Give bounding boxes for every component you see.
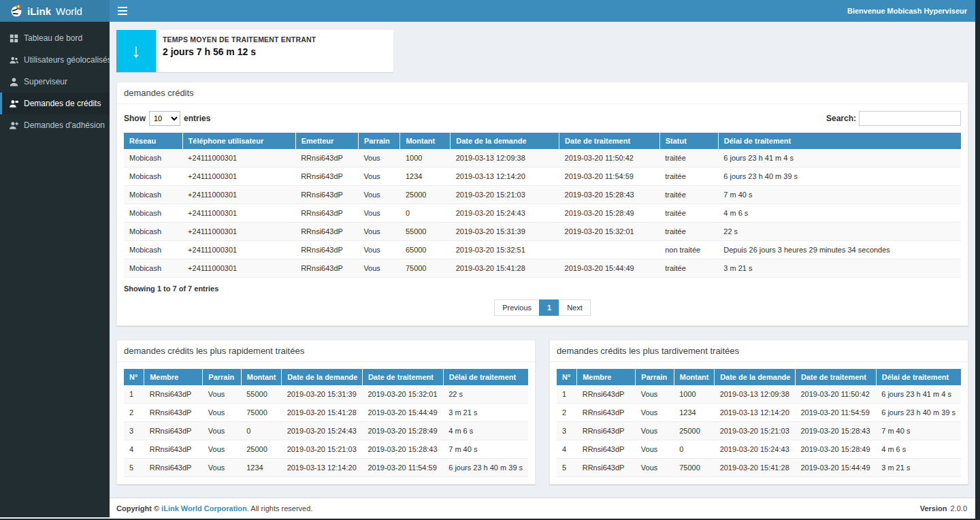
column-header[interactable]: Date de traitement	[362, 369, 443, 385]
column-header[interactable]: N°	[557, 369, 577, 385]
search-input[interactable]	[859, 111, 961, 126]
column-header[interactable]: Montant	[400, 133, 451, 149]
sidebar-item-superviseur[interactable]: Superviseur	[0, 71, 110, 93]
table-cell: 1000	[400, 149, 451, 167]
table-cell: RRnsi643dP	[144, 422, 203, 440]
footer: Copyright ©iLink World Corporation. All …	[110, 498, 975, 519]
fastest-table-body: 1RRnsi643dPVous550002019-03-20 15:31:392…	[124, 385, 528, 477]
column-header[interactable]: Membre	[577, 369, 636, 385]
sidebar-item-tableau-de-bord[interactable]: Tableau de bord	[0, 27, 110, 49]
column-header[interactable]: Date de traitement	[559, 133, 660, 149]
table-row: 5RRnsi643dPVous12342019-03-13 12:14:2020…	[124, 459, 528, 477]
table-cell: traitée	[659, 149, 718, 167]
sidebar-item-demandes-adhesion[interactable]: Demandes d'adhésion	[0, 114, 110, 136]
table-cell: 2019-03-20 15:44:49	[362, 404, 443, 422]
column-header[interactable]: Emetteur	[295, 133, 358, 149]
page-length-select[interactable]: 10	[149, 111, 180, 126]
table-cell: Vous	[636, 404, 674, 422]
credits-table-head: RéseauTéléphone utilisateurEmetteurParra…	[124, 133, 961, 149]
table-cell: Vous	[358, 241, 400, 259]
column-header[interactable]: N°	[124, 369, 144, 385]
table-cell: traitée	[659, 204, 718, 223]
column-header[interactable]: Parrain	[203, 369, 241, 385]
column-header[interactable]: Statut	[659, 133, 718, 149]
table-cell: 1234	[400, 167, 451, 186]
table-cell: 4	[557, 440, 577, 459]
column-header[interactable]: Délai de traitement	[443, 369, 528, 385]
column-header[interactable]: Montant	[674, 369, 714, 385]
table-cell: 0	[674, 440, 714, 459]
table-row: Mobicash+24111000301RRnsi643dPVous750002…	[124, 259, 961, 278]
column-header[interactable]: Membre	[144, 369, 203, 385]
table-cell: +24111000301	[182, 241, 295, 259]
pagination-previous-button[interactable]: Previous	[494, 299, 540, 316]
credits-table: RéseauTéléphone utilisateurEmetteurParra…	[124, 133, 961, 278]
table-cell: 5	[557, 459, 577, 477]
fastest-processed-panel: demandes crédits les plus rapidement tra…	[116, 340, 536, 485]
table-cell: 25000	[241, 440, 281, 459]
company-link[interactable]: iLink World Corporation	[161, 504, 247, 513]
column-header[interactable]: Parrain	[358, 133, 400, 149]
table-cell: RRnsi643dP	[295, 167, 358, 186]
brand-name-bold: iLink	[27, 5, 51, 17]
show-label: Show	[124, 114, 146, 123]
table-cell: RRnsi643dP	[295, 186, 358, 204]
table-cell: 3 m 21 s	[443, 404, 528, 422]
table-cell: 2019-03-20 15:28:49	[559, 204, 660, 223]
column-header[interactable]: Date de la demande	[451, 133, 559, 149]
table-row: 1RRnsi643dPVous550002019-03-20 15:31:392…	[124, 385, 528, 404]
table-cell: 2019-03-20 15:24:43	[451, 204, 559, 223]
table-cell: RRnsi643dP	[577, 422, 636, 440]
table-row: Mobicash+24111000301RRnsi643dPVous550002…	[124, 223, 961, 241]
table-cell: 2019-03-20 15:28:43	[559, 186, 660, 204]
table-cell: 6 jours 23 h 40 m 39 s	[718, 167, 961, 186]
table-cell: 2019-03-20 11:50:42	[795, 385, 876, 404]
column-header[interactable]: Date de traitement	[795, 369, 876, 385]
panel-title: demandes crédits les plus tardivement tr…	[550, 340, 968, 362]
column-header[interactable]: Délai de traitement	[718, 133, 961, 149]
column-header[interactable]: Date de la demande	[282, 369, 363, 385]
column-header[interactable]: Réseau	[124, 133, 182, 149]
infobox-value: 2 jours 7 h 56 m 12 s	[163, 46, 316, 57]
table-cell: 65000	[400, 241, 451, 259]
table-row: Mobicash+24111000301RRnsi643dPVous123420…	[124, 167, 961, 186]
table-row: 4RRnsi643dPVous02019-03-20 15:24:432019-…	[557, 440, 961, 459]
bottom-panels-row: demandes crédits les plus rapidement tra…	[116, 340, 968, 485]
table-cell: Vous	[358, 186, 400, 204]
table-cell: 5	[124, 459, 144, 477]
table-cell: 7 m 40 s	[718, 186, 961, 204]
column-header[interactable]: Parrain	[636, 369, 674, 385]
brand-logo[interactable]: iLink World	[0, 0, 110, 22]
column-header[interactable]: Délai de traitement	[876, 369, 961, 385]
pagination-page-1-button[interactable]: 1	[539, 299, 559, 316]
credits-table-body: Mobicash+24111000301RRnsi643dPVous100020…	[124, 149, 961, 278]
fastest-processed-table: N°MembreParrainMontantDate de la demande…	[124, 369, 528, 477]
infobox-content: TEMPS MOYEN DE TRAITEMENT ENTRANT 2 jour…	[156, 30, 323, 72]
table-cell: Mobicash	[124, 149, 182, 167]
sidebar-item-utilisateurs-geolocalises[interactable]: Utilisateurs géolocalisés	[0, 49, 110, 71]
table-cell: 3	[124, 422, 144, 440]
table-cell: 2019-03-20 15:28:43	[362, 440, 443, 459]
sidebar-item-demandes-de-credits[interactable]: Demandes de crédits	[0, 93, 110, 114]
table-row: 1RRnsi643dPVous10002019-03-13 12:09:3820…	[557, 385, 961, 404]
table-cell: 75000	[400, 259, 451, 278]
column-header[interactable]: Téléphone utilisateur	[182, 133, 295, 149]
table-cell: 2	[557, 404, 577, 422]
table-cell: RRnsi643dP	[295, 204, 358, 223]
column-header[interactable]: Date de la demande	[715, 369, 796, 385]
table-cell: 22 s	[443, 385, 528, 404]
table-cell: 2019-03-13 12:14:20	[451, 167, 559, 186]
table-cell: RRnsi643dP	[144, 385, 203, 404]
table-cell: 2019-03-20 15:24:43	[282, 422, 363, 440]
table-cell: 2019-03-20 15:21:03	[715, 422, 796, 440]
sidebar-toggle-button[interactable]	[110, 0, 135, 22]
table-cell: RRnsi643dP	[295, 241, 358, 259]
slowest-table-head: N°MembreParrainMontantDate de la demande…	[557, 369, 961, 385]
table-cell: 7 m 40 s	[876, 422, 961, 440]
column-header[interactable]: Montant	[241, 369, 281, 385]
table-cell: 75000	[241, 404, 281, 422]
table-cell: 0	[400, 204, 451, 223]
table-cell: 6 jours 23 h 40 m 39 s	[876, 404, 961, 422]
pagination-next-button[interactable]: Next	[559, 299, 591, 316]
table-cell: 3	[557, 422, 577, 440]
